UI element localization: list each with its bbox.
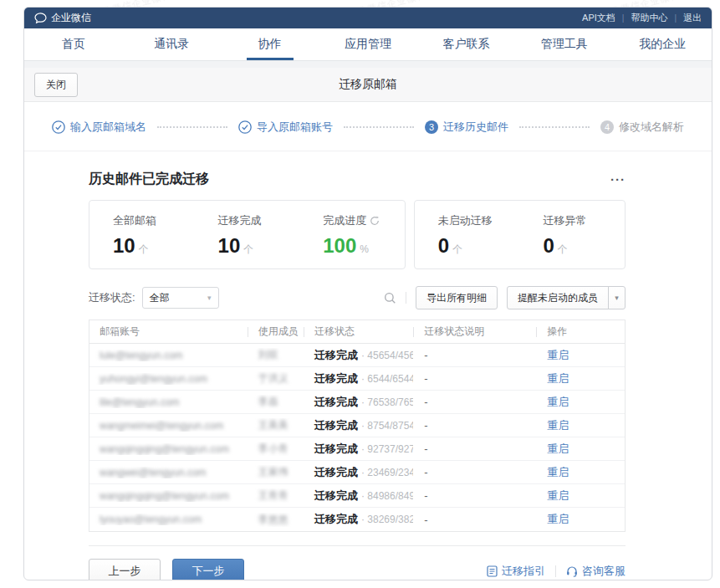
member-cell: 王家伟 [248, 465, 304, 479]
topbar-link-1[interactable]: 帮助中心 [631, 12, 667, 24]
status-cell: 迁移完成6544/6544 [304, 371, 413, 386]
status-count: 76538/76538 [361, 396, 413, 408]
restart-link[interactable]: 重启 [547, 512, 569, 527]
stat-value: 10 [218, 234, 241, 258]
status-label: 迁移完成 [314, 371, 358, 386]
panel-footer: 上一步 下一步 迁移指引 咨询客服 [89, 545, 626, 580]
brand-name: 企业微信 [51, 11, 91, 25]
step-label: 修改域名解析 [619, 120, 684, 135]
top-navy-bar: 企业微信 API文档|帮助中心|退出 [24, 8, 712, 28]
table-row: wangqingqing@tengyun.com王青青迁移完成84986/849… [89, 484, 625, 508]
step-connector [519, 126, 590, 128]
nav-tab-2[interactable]: 协作 [221, 28, 319, 60]
nav-tab-1[interactable]: 通讯录 [122, 28, 220, 60]
stat-value-row: 0个 [543, 234, 625, 258]
status-label: 迁移完成 [314, 465, 358, 480]
document-icon [487, 565, 498, 577]
column-header-label: 迁移状态说明 [424, 325, 484, 339]
action-cell: 重启 [536, 371, 625, 386]
stat-group-1: 全部邮箱10个迁移完成10个完成进度100% [89, 200, 406, 269]
restart-link[interactable]: 重启 [547, 465, 569, 480]
status-cell: 迁移完成8754/8754 [304, 418, 413, 433]
stat-label: 全部邮箱 [113, 213, 156, 228]
more-menu-icon[interactable]: ··· [610, 176, 626, 184]
status-filter-select[interactable]: 全部 ▾ [142, 287, 219, 309]
next-step-button[interactable]: 下一步 [172, 559, 244, 580]
restart-link[interactable]: 重启 [547, 488, 569, 504]
stat-label: 完成进度 [323, 213, 366, 228]
column-header-5: 操作 [536, 325, 625, 339]
nav-tab-label: 通讯录 [154, 37, 189, 52]
member-text: 王美美 [258, 418, 289, 432]
restart-link[interactable]: 重启 [547, 348, 569, 363]
member-cell: 李磊 [248, 395, 304, 409]
filter-actions: 导出所有明细 提醒未启动的成员 ▾ [384, 286, 626, 309]
nav-tab-6[interactable]: 我的企业 [614, 28, 712, 60]
status-cell: 迁移完成23469/23469 [304, 465, 413, 480]
member-cell: 王青青 [248, 488, 304, 503]
restart-link[interactable]: 重启 [547, 371, 569, 386]
restart-link[interactable]: 重启 [547, 418, 569, 433]
table-body: lule@tengyun.com刘双迁移完成45654/45654-重启yuho… [89, 344, 625, 531]
contact-support-link[interactable]: 咨询客服 [566, 564, 626, 579]
table-row: yuhongyi@tengyun.com于洪义迁移完成6544/6544-重启 [89, 367, 625, 391]
status-count: 45654/45654 [361, 350, 413, 361]
member-text: 于洪义 [258, 371, 289, 386]
topbar-link-2[interactable]: 退出 [683, 12, 702, 24]
restart-link[interactable]: 重启 [547, 395, 569, 410]
column-header-4: 迁移状态说明 [413, 325, 536, 339]
stat-label: 迁移完成 [218, 213, 262, 228]
stat-label: 未启动迁移 [438, 213, 493, 228]
status-desc: - [424, 372, 427, 385]
stat-label-row: 全部邮箱 [113, 213, 195, 228]
nav-tab-label: 客户联系 [442, 37, 489, 52]
column-header-label: 迁移状态 [314, 325, 355, 339]
stat-label-row: 完成进度 [323, 213, 405, 228]
nav-tab-3[interactable]: 应用管理 [319, 28, 416, 60]
restart-link[interactable]: 重启 [547, 442, 569, 457]
nav-tab-5[interactable]: 管理工具 [515, 28, 613, 60]
table-row: lyouyao@tengyun.com李悠悠迁移完成38269/38269-重启 [89, 508, 625, 531]
member-text: 王青青 [258, 488, 289, 503]
nav-tab-0[interactable]: 首页 [24, 28, 122, 60]
email-text: lyouyao@tengyun.com [100, 514, 202, 525]
action-cell: 重启 [536, 418, 625, 433]
status-count: 6544/6544 [361, 373, 413, 385]
prev-step-button[interactable]: 上一步 [89, 559, 161, 580]
email-cell: lile@tengyun.com [89, 396, 248, 408]
email-text: lile@tengyun.com [100, 396, 180, 408]
member-cell: 李悠悠 [248, 513, 304, 527]
close-button[interactable]: 关闭 [34, 73, 78, 97]
topbar-link-0[interactable]: API文档 [582, 12, 615, 24]
table-row: wangmeimei@tengyun.com王美美迁移完成8754/8754-重… [89, 414, 625, 437]
email-text: wangwei@tengyun.com [100, 467, 207, 478]
email-cell: lyouyao@tengyun.com [89, 514, 248, 525]
status-desc: - [424, 489, 427, 502]
stat-label-row: 迁移异常 [543, 213, 625, 228]
member-text: 刘双 [258, 348, 278, 362]
stat-value-row: 10个 [218, 234, 300, 258]
remind-dropdown-arrow[interactable]: ▾ [608, 286, 626, 309]
remind-unstarted-button[interactable]: 提醒未启动的成员 [507, 286, 609, 309]
search-icon[interactable] [384, 292, 396, 304]
status-label: 迁移完成 [314, 348, 358, 363]
stat-value: 0 [543, 234, 554, 258]
refresh-icon[interactable] [370, 216, 380, 226]
step-connector [157, 126, 227, 128]
section-title: 历史邮件已完成迁移 [89, 171, 209, 188]
table-row: wangqingqing@tengyun.com李小青迁移完成92737/927… [89, 437, 625, 461]
filter-row: 迁移状态: 全部 ▾ 导出所有明细 提醒未启动的成员 ▾ [89, 286, 626, 309]
member-cell: 刘双 [248, 348, 304, 362]
migration-guide-link[interactable]: 迁移指引 [487, 564, 545, 579]
nav-tab-4[interactable]: 客户联系 [417, 28, 515, 60]
status-desc-cell: - [413, 349, 536, 361]
migration-guide-label: 迁移指引 [502, 564, 545, 579]
stat-unit: 个 [452, 243, 462, 257]
status-filter-value: 全部 [150, 291, 170, 305]
export-details-button[interactable]: 导出所有明细 [416, 286, 498, 309]
stat-item: 全部邮箱10个 [89, 213, 195, 258]
status-label: 迁移完成 [314, 395, 358, 410]
column-header-2: 使用成员 [248, 325, 304, 339]
action-cell: 重启 [536, 442, 625, 457]
status-desc: - [424, 419, 427, 432]
